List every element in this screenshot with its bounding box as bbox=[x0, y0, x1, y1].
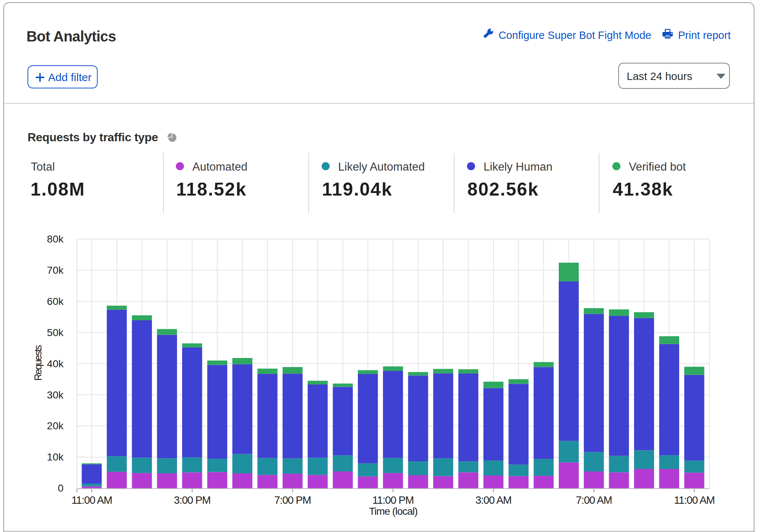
svg-text:0: 0 bbox=[58, 482, 64, 494]
svg-text:30k: 30k bbox=[47, 389, 64, 401]
svg-text:7:00 PM: 7:00 PM bbox=[274, 494, 311, 506]
svg-text:Time (local): Time (local) bbox=[369, 506, 417, 517]
svg-text:11:00 PM: 11:00 PM bbox=[372, 494, 413, 506]
svg-text:3:00 AM: 3:00 AM bbox=[475, 494, 511, 506]
svg-text:20k: 20k bbox=[47, 420, 64, 431]
svg-text:70k: 70k bbox=[47, 265, 64, 276]
svg-text:50k: 50k bbox=[47, 327, 64, 338]
svg-text:3:00 PM: 3:00 PM bbox=[174, 494, 211, 506]
svg-text:40k: 40k bbox=[47, 358, 64, 369]
svg-text:7:00 AM: 7:00 AM bbox=[576, 494, 612, 506]
svg-text:80k: 80k bbox=[47, 233, 64, 245]
svg-text:11:00 AM: 11:00 AM bbox=[71, 494, 112, 506]
svg-text:Requests: Requests bbox=[33, 345, 44, 380]
svg-text:60k: 60k bbox=[47, 296, 64, 307]
svg-text:11:00 AM: 11:00 AM bbox=[674, 494, 715, 506]
svg-text:10k: 10k bbox=[47, 451, 64, 463]
